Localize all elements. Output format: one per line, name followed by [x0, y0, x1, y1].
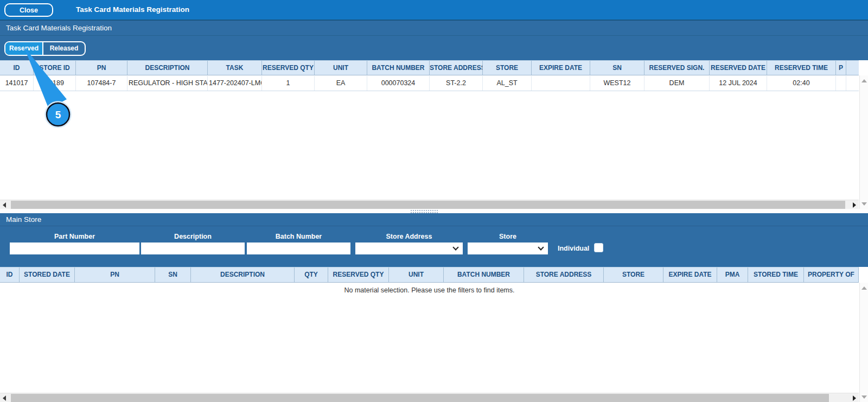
cell-pn: 107484-7 [76, 76, 127, 91]
part-number-input[interactable] [10, 243, 139, 254]
scroll-down-button[interactable] [860, 200, 868, 209]
reserved-table-hscrollbar[interactable] [0, 200, 859, 209]
scroll-left-icon [3, 395, 6, 401]
scroll-up-button[interactable] [860, 284, 868, 293]
cell-sn: WEST12 [590, 76, 644, 91]
column-header-batch-number: BATCH NUMBER [367, 61, 430, 75]
column-header-stored-time: STORED TIME [748, 267, 804, 282]
column-header-expire-date: EXPIRE DATE [532, 61, 590, 75]
tab-released[interactable]: Released [43, 42, 85, 55]
column-header-store-address: STORE ADDRESS [524, 267, 604, 282]
scroll-right-icon [853, 395, 856, 401]
column-header-description: DESCRIPTION [191, 267, 295, 282]
cell-batch-number: 000070324 [367, 76, 430, 91]
main-store-title: Main Store [6, 213, 41, 226]
cell-reserved-time: 02:40 [767, 76, 836, 91]
scroll-left-button[interactable] [0, 200, 9, 209]
cell-task: 1477-202407-LMC [208, 76, 262, 91]
scroll-right-button[interactable] [850, 393, 859, 402]
store-address-label: Store Address [355, 233, 463, 241]
column-header-task: TASK [208, 61, 262, 75]
column-header-property-of: PROPERTY OF [804, 267, 859, 282]
store-select[interactable] [468, 243, 548, 254]
part-number-label: Part Number [10, 233, 139, 241]
panel-title: Task Card Materials Registration [6, 21, 112, 35]
hscrollbar-thumb[interactable] [11, 394, 829, 402]
pane-splitter[interactable] [0, 209, 868, 213]
chevron-down-icon [452, 244, 458, 250]
tab-reserved[interactable]: Reserved [5, 42, 43, 55]
cell-expire-date [532, 76, 590, 91]
window-titlebar: Close Task Card Materials Registration [0, 0, 868, 20]
cell-unit: EA [315, 76, 367, 91]
column-header-filler [846, 61, 859, 75]
column-header-reserved-sign: RESERVED SIGN. [644, 61, 710, 75]
column-header-p-truncated: P [836, 61, 846, 75]
scroll-right-icon [853, 202, 856, 208]
cell-reserved-qty: 1 [262, 76, 315, 91]
column-header-description: DESCRIPTION [127, 61, 208, 75]
panel-header-bar: Task Card Materials Registration [0, 20, 868, 35]
column-header-qty: QTY [295, 267, 328, 282]
main-store-table-hscrollbar[interactable] [0, 393, 859, 402]
scroll-down-icon [861, 202, 867, 206]
main-store-table-vscrollbar[interactable] [859, 283, 868, 402]
column-header-reserved-date: RESERVED DATE [710, 61, 767, 75]
cell-description: REGULATOR - HIGH STAGE [127, 76, 208, 91]
annotation-step-number: 5 [55, 109, 61, 120]
reserved-table-header: ID STORE ID PN DESCRIPTION TASK RESERVED… [0, 60, 859, 75]
column-header-reserved-qty: RESERVED QTY [262, 61, 315, 75]
tab-bar: Reserved Released [0, 35, 868, 60]
column-header-id: ID [0, 61, 34, 75]
scroll-down-icon [861, 395, 867, 399]
column-header-pn: PN [76, 61, 127, 75]
close-button[interactable]: Close [4, 3, 53, 17]
chevron-down-icon [538, 244, 544, 250]
empty-state-message: No material selection. Please use the fi… [0, 283, 859, 296]
column-header-reserved-qty: RESERVED QTY [328, 267, 389, 282]
description-input[interactable] [141, 243, 245, 254]
batch-number-input[interactable] [247, 243, 350, 254]
reserved-table-vscrollbar[interactable] [859, 75, 868, 209]
annotation-outer-ring [46, 102, 71, 127]
description-label: Description [141, 233, 245, 241]
cell-id: 141017 [0, 76, 34, 91]
cell-store-id: 28189 [34, 76, 76, 91]
hscrollbar-thumb[interactable] [11, 201, 845, 209]
table-row[interactable]: 141017 28189 107484-7 REGULATOR - HIGH S… [0, 76, 859, 91]
scroll-up-button[interactable] [860, 76, 868, 86]
scroll-left-button[interactable] [0, 393, 9, 402]
column-header-unit: UNIT [389, 267, 444, 282]
window-title: Task Card Materials Registration [76, 0, 189, 20]
individual-label: Individual [558, 244, 591, 253]
main-store-header-bar: Main Store [0, 213, 868, 226]
column-header-store: STORE [604, 267, 663, 282]
batch-number-label: Batch Number [247, 233, 350, 241]
store-label: Store [468, 233, 548, 241]
scroll-down-button[interactable] [860, 393, 868, 402]
cell-reserved-sign: DEM [644, 76, 710, 91]
cell-p [836, 76, 846, 91]
main-store-table-header: ID STORED DATE PN SN DESCRIPTION QTY RES… [0, 267, 859, 283]
individual-checkbox[interactable] [594, 243, 603, 252]
cell-store: AL_ST [483, 76, 532, 91]
column-header-store: STORE [483, 61, 532, 75]
column-header-unit: UNIT [315, 61, 367, 75]
scroll-up-icon [861, 286, 867, 290]
column-header-store-id: STORE ID [34, 61, 76, 75]
column-header-stored-date: STORED DATE [20, 267, 75, 282]
scroll-up-icon [861, 79, 867, 82]
tab-group: Reserved Released [4, 41, 86, 56]
task-card-materials-window: Close Task Card Materials Registration T… [0, 0, 868, 402]
column-header-id: ID [0, 267, 20, 282]
scroll-right-button[interactable] [850, 200, 859, 209]
main-store-filters: Part Number Description Batch Number Sto… [0, 226, 868, 267]
cell-store-address: ST-2.2 [430, 76, 483, 91]
column-header-sn: SN [155, 267, 191, 282]
splitter-grip-icon[interactable] [411, 210, 412, 211]
scroll-left-icon [3, 202, 6, 208]
store-address-select[interactable] [355, 243, 463, 254]
column-header-pn: PN [75, 267, 155, 282]
column-header-sn: SN [590, 61, 644, 75]
annotation-circle [47, 103, 69, 126]
